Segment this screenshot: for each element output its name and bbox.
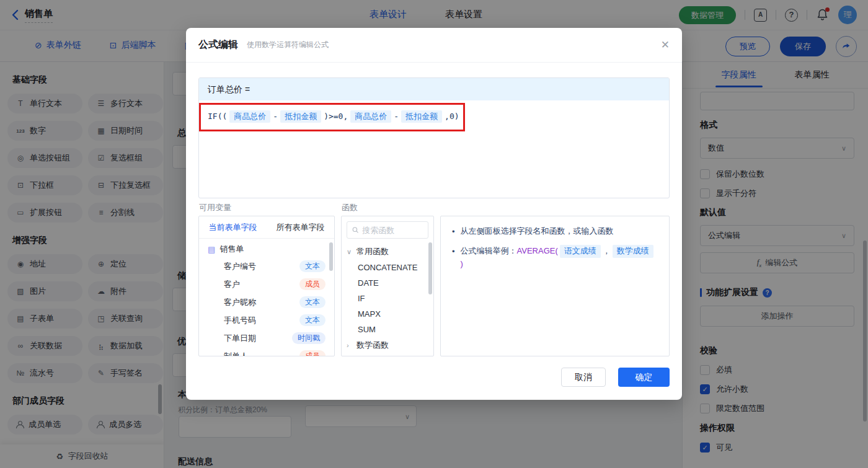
app-window: 销售单 表单设计 表单设置 数据管理 A ? 理 ⊘表单外链⊡后端脚本▥数据权 …: [0, 0, 868, 468]
example-field-chip: 语文成绩: [560, 245, 601, 258]
variable-row-制单人[interactable]: 制单人成员: [199, 347, 334, 356]
variable-name: 制单人: [224, 351, 248, 357]
variables-panel: 当前表单字段 所有表单字段 ▤ 销售单 客户编号文本客户成员客户昵称文本手机号码…: [198, 216, 335, 356]
variable-type-tag: 文本: [299, 314, 326, 326]
formula-help-panel: • 从左侧面板选择字段名和函数，或输入函数 • 公式编辑举例：AVERAGE(语…: [440, 216, 670, 356]
variable-name: 客户昵称: [224, 297, 256, 308]
function-group-数学函数[interactable]: ›数学函数: [342, 337, 433, 353]
tab-all-form-fields[interactable]: 所有表单字段: [277, 222, 325, 233]
function-search-input[interactable]: [362, 226, 423, 235]
formula-code: -: [273, 112, 278, 121]
formula-target-bar: 订单总价 =: [199, 78, 669, 100]
function-search-box: [347, 221, 428, 239]
formula-input-area[interactable]: IF((商品总价-抵扣金额)>=0,商品总价-抵扣金额,0): [199, 100, 669, 133]
close-icon[interactable]: ✕: [661, 40, 670, 50]
variable-row-客户昵称[interactable]: 客户昵称文本: [199, 293, 334, 311]
function-item-CONCATENATE[interactable]: CONCATENATE: [342, 260, 433, 275]
variable-type-tag: 时间戳: [292, 332, 326, 344]
bullet-icon: •: [452, 245, 455, 271]
confirm-button[interactable]: 确定: [618, 368, 670, 387]
formula-code: IF((: [208, 112, 227, 121]
help-line-2: • 公式编辑举例：AVERAGE(语文成绩，数学成绩): [452, 245, 658, 271]
variable-row-客户编号[interactable]: 客户编号文本: [199, 257, 334, 275]
function-item-IF[interactable]: IF: [342, 291, 433, 306]
formula-field-chip[interactable]: 抵扣金额: [280, 110, 321, 123]
chevron-right-icon: ›: [347, 342, 353, 349]
formula-field-chip[interactable]: 商品总价: [229, 110, 270, 123]
functions-scrollbar[interactable]: [428, 242, 432, 294]
function-group-label: 数学函数: [356, 340, 389, 351]
cancel-button[interactable]: 取消: [561, 368, 606, 387]
formula-code: )>=0,: [324, 112, 348, 121]
document-icon: ▤: [208, 245, 215, 254]
variable-type-tag: 成员: [299, 350, 326, 356]
formula-code: -: [394, 112, 399, 121]
bullet-icon: •: [452, 226, 455, 239]
modal-subtitle: 使用数学运算符编辑公式: [247, 40, 329, 50]
variables-tabs: 当前表单字段 所有表单字段: [199, 216, 334, 239]
function-item-MAPX[interactable]: MAPX: [342, 306, 433, 322]
search-icon: [352, 226, 358, 234]
function-item-SUM[interactable]: SUM: [342, 322, 433, 337]
variable-type-tag: 文本: [299, 296, 326, 308]
functions-panel: ∨常用函数CONCATENATEDATEIFMAPXSUM›数学函数›文本函数: [341, 216, 434, 356]
modal-title: 公式编辑: [198, 38, 238, 51]
variable-row-客户[interactable]: 客户成员: [199, 275, 334, 293]
formula-field-chip[interactable]: 商品总价: [350, 110, 391, 123]
tab-current-form-fields[interactable]: 当前表单字段: [209, 222, 257, 233]
formula-code: ,0): [445, 112, 459, 121]
variable-name: 客户: [224, 279, 240, 290]
variables-label: 可用变量: [199, 202, 231, 213]
formula-field-chip[interactable]: 抵扣金额: [401, 110, 442, 123]
formula-editor-block: 订单总价 = IF((商品总价-抵扣金额)>=0,商品总价-抵扣金额,0): [198, 77, 670, 198]
variable-type-tag: 成员: [299, 278, 326, 290]
variables-root-node[interactable]: ▤ 销售单: [199, 239, 334, 257]
example-field-chip: 数学成绩: [613, 245, 653, 258]
functions-label: 函数: [342, 202, 358, 213]
variable-name: 下单日期: [224, 333, 256, 344]
formula-editor-modal: 公式编辑 使用数学运算符编辑公式 ✕ 订单总价 = IF((商品总价-抵扣金额)…: [186, 28, 682, 400]
modal-header: 公式编辑 使用数学运算符编辑公式 ✕: [186, 28, 682, 63]
help-line-1: • 从左侧面板选择字段名和函数，或输入函数: [452, 225, 658, 239]
function-group-label: 常用函数: [356, 246, 389, 257]
modal-footer: 取消 确定: [561, 368, 670, 387]
function-group-label: 文本函数: [356, 356, 389, 356]
variable-type-tag: 文本: [299, 260, 326, 272]
variables-scrollbar[interactable]: [329, 242, 333, 271]
function-item-DATE[interactable]: DATE: [342, 275, 433, 291]
example-function-name: AVERAGE(: [517, 246, 558, 255]
chevron-down-icon: ∨: [347, 248, 353, 256]
function-group-常用函数[interactable]: ∨常用函数: [342, 244, 433, 260]
variable-name: 客户编号: [224, 261, 256, 272]
variable-name: 手机号码: [224, 315, 256, 326]
variable-row-下单日期[interactable]: 下单日期时间戳: [199, 329, 334, 347]
variable-row-手机号码[interactable]: 手机号码文本: [199, 311, 334, 329]
function-group-文本函数[interactable]: ›文本函数: [342, 353, 433, 356]
